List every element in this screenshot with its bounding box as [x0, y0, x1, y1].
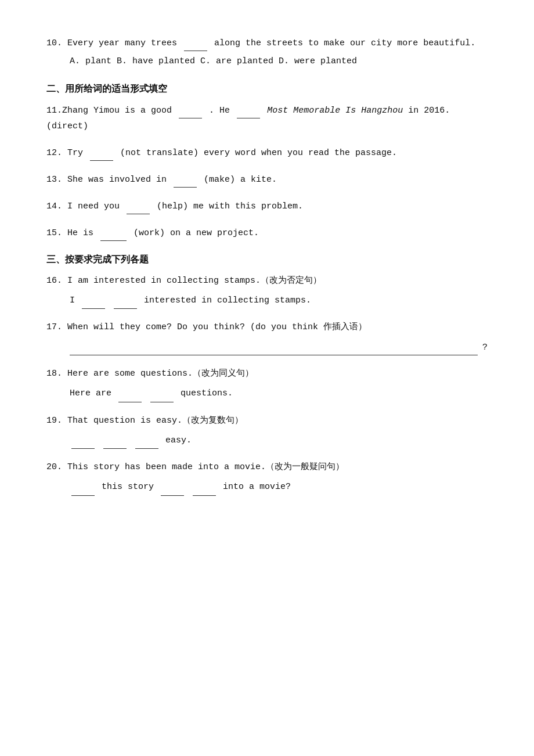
q18-blank2: [150, 385, 174, 402]
q16-main-text: 16. I am interested in collecting stamps…: [46, 273, 488, 289]
q16-blank2: [114, 292, 137, 309]
question-12: 12. Try (not translate) every word when …: [46, 145, 488, 161]
question-13: 13. She was involved in (make) a kite.: [46, 171, 488, 188]
question-17: 17. When will they come? Do you think? (…: [46, 319, 488, 355]
question-11: 11.Zhang Yimou is a good . He Most Memor…: [46, 102, 488, 134]
q12-blank: [90, 145, 113, 161]
q17-answer-row: ?: [46, 340, 488, 355]
q17-answer-line: [70, 355, 478, 355]
q19-blank2: [103, 432, 127, 449]
q19-blank3: [135, 432, 158, 449]
question-19: 19. That question is easy.（改为复数句） easy.: [46, 413, 488, 449]
q20-blank1: [71, 478, 95, 496]
question-10: 10. Every year many trees along the stre…: [46, 35, 488, 70]
q18-main-text: 18. Here are some questions.（改为同义句）: [46, 366, 488, 381]
q10-options: A. plant B. have planted C. are planted …: [46, 53, 488, 70]
q16-blank1: [82, 292, 105, 309]
q10-blank: [184, 35, 207, 51]
question-18: 18. Here are some questions.（改为同义句） Here…: [46, 366, 488, 402]
question-16: 16. I am interested in collecting stamps…: [46, 273, 488, 309]
q18-blank1: [118, 385, 142, 402]
q14-blank: [127, 198, 150, 214]
q16-answer: I interested in collecting stamps.: [46, 292, 488, 309]
q20-blank2: [161, 478, 184, 496]
q15-blank: [100, 225, 127, 241]
q13-blank: [174, 171, 197, 188]
q10-text: 10. Every year many trees along the stre…: [46, 35, 488, 51]
q17-question-mark: ?: [482, 340, 488, 355]
q20-answer: this story into a movie?: [46, 478, 488, 496]
section2-heading: 二、用所给词的适当形式填空: [46, 83, 488, 95]
q11-blank2: [237, 102, 260, 118]
q11-blank1: [179, 102, 202, 118]
q19-answer: easy.: [46, 432, 488, 449]
question-14: 14. I need you (help) me with this probl…: [46, 198, 488, 214]
section3-heading: 三、按要求完成下列各题: [46, 254, 488, 266]
q20-blank3: [193, 478, 216, 496]
q18-answer: Here are questions.: [46, 385, 488, 402]
question-20: 20. This story has been made into a movi…: [46, 459, 488, 496]
q17-main-text: 17. When will they come? Do you think? (…: [46, 319, 488, 335]
q19-blank1: [71, 432, 95, 449]
q20-main-text: 20. This story has been made into a movi…: [46, 459, 488, 475]
q19-main-text: 19. That question is easy.（改为复数句）: [46, 413, 488, 429]
question-15: 15. He is (work) on a new project.: [46, 225, 488, 241]
